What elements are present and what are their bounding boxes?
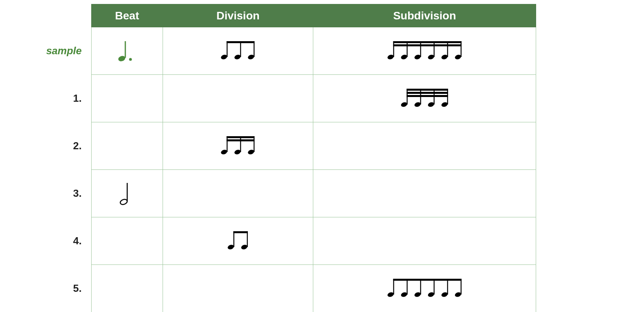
cell-subdivision [313,27,536,75]
svg-rect-6 [240,41,241,57]
svg-rect-21 [460,41,461,57]
table-row [92,265,536,312]
svg-rect-40 [254,136,255,152]
svg-rect-23 [393,44,461,46]
beamed-notes-icon [218,133,257,159]
svg-rect-59 [447,279,448,295]
svg-rect-33 [406,92,448,94]
svg-rect-55 [420,279,421,295]
svg-rect-42 [227,139,255,141]
cell-subdivision [313,122,536,170]
header-division: Division [163,4,313,27]
cell-subdivision [313,170,536,217]
svg-rect-36 [227,136,228,152]
dotted-quarter-note-icon [113,37,141,65]
svg-rect-62 [393,279,461,281]
svg-rect-32 [406,89,448,91]
row-label-3: 3. [39,169,91,217]
svg-rect-44 [127,183,128,201]
svg-rect-8 [254,41,255,57]
svg-rect-22 [393,41,461,43]
table-row [92,75,536,122]
cell-division [163,75,313,122]
table-row [92,217,536,265]
svg-rect-13 [406,41,407,57]
svg-rect-1 [125,41,126,58]
cell-beat [92,217,163,265]
cell-subdivision [313,265,536,312]
header-beat: Beat [92,4,163,27]
table-row [92,122,536,170]
svg-rect-53 [406,279,407,295]
svg-rect-11 [393,41,394,57]
svg-rect-61 [460,279,461,295]
cell-division [163,170,313,217]
table-row [92,27,536,75]
svg-rect-17 [433,41,434,57]
table-wrap: sample 1. 2. 3. 4. 5. Beat Division Subd… [39,4,536,312]
svg-rect-51 [393,279,394,295]
header-subdivision: Subdivision [313,4,536,27]
cell-beat [92,170,163,217]
cell-division [163,122,313,170]
svg-rect-4 [227,41,228,57]
svg-rect-9 [227,41,255,43]
header-spacer [39,4,91,27]
cell-subdivision [313,75,536,122]
row-label-5: 5. [39,264,91,312]
beamed-notes-icon [385,276,464,301]
table-body [92,27,536,312]
svg-rect-48 [247,231,248,247]
svg-rect-46 [234,231,234,247]
svg-point-0 [118,55,126,62]
beamed-notes-icon [218,38,257,64]
row-label-2: 2. [39,122,91,169]
cell-subdivision [313,217,536,265]
table-row [92,170,536,217]
cell-beat [92,265,163,312]
cell-division [163,27,313,75]
svg-point-43 [120,198,128,205]
half-note-icon [115,180,139,207]
svg-rect-34 [406,95,448,97]
svg-rect-41 [227,136,255,138]
cell-division [163,265,313,312]
beamed-notes-icon [225,228,251,254]
row-label-1: 1. [39,74,91,122]
row-label-4: 4. [39,217,91,264]
svg-rect-38 [240,136,241,152]
beamed-notes-icon [385,38,464,64]
svg-rect-15 [420,41,421,57]
rhythm-table: Beat Division Subdivision [91,4,536,312]
cell-beat [92,75,163,122]
svg-point-2 [129,58,132,61]
cell-division [163,217,313,265]
cell-beat [92,27,163,75]
svg-rect-57 [433,279,434,295]
row-label-sample: sample [39,27,91,74]
cell-beat [92,122,163,170]
row-labels-column: sample 1. 2. 3. 4. 5. [39,4,91,312]
svg-rect-49 [234,231,248,233]
svg-rect-19 [447,41,448,57]
beamed-notes-icon [399,86,451,111]
